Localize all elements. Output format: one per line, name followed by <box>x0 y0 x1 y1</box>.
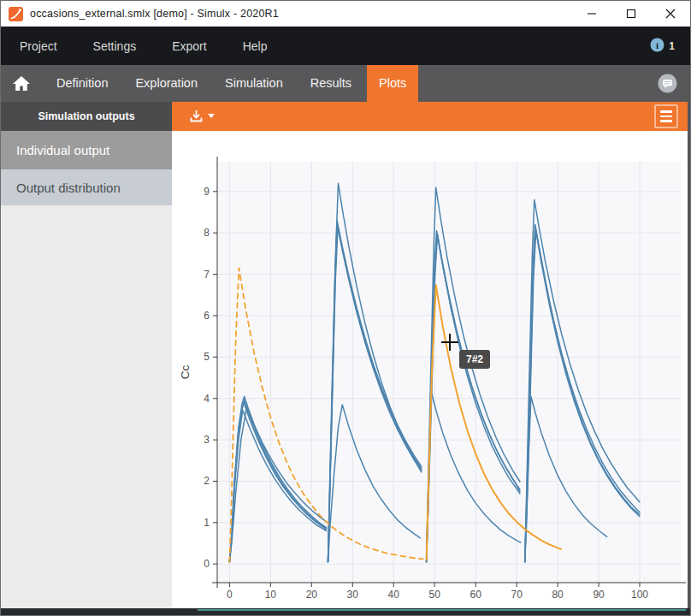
y-tick-label: 3 <box>204 434 210 446</box>
tab-definition[interactable]: Definition <box>44 65 120 102</box>
close-icon[interactable] <box>651 1 690 27</box>
menu-export[interactable]: Export <box>172 39 206 53</box>
maximize-icon[interactable] <box>611 1 651 27</box>
plot-panel: 01020304050607080901000123456789timeCc 7… <box>172 102 690 610</box>
y-tick-label: 9 <box>204 186 210 198</box>
window-controls <box>572 1 690 27</box>
y-tick-label: 4 <box>204 393 210 405</box>
window-title: occasions_external.smlx [demo] - Simulx … <box>30 8 279 20</box>
sidebar-item-output-distribution[interactable]: Output distribution <box>1 169 172 205</box>
x-tick-label: 50 <box>429 589 441 601</box>
svg-text:i: i <box>656 39 659 50</box>
hover-tooltip: 7#2 <box>459 350 490 369</box>
y-tick-label: 6 <box>204 310 210 322</box>
minimize-icon[interactable] <box>572 1 611 27</box>
menu-bar: Project Settings Export Help i 1 <box>1 27 690 65</box>
sidebar-item-individual-output[interactable]: Individual output <box>1 131 172 169</box>
y-tick-label: 8 <box>204 227 210 239</box>
x-tick-label: 0 <box>227 589 233 601</box>
hamburger-icon[interactable] <box>654 104 678 128</box>
menu-project[interactable]: Project <box>20 39 57 53</box>
tab-exploration[interactable]: Exploration <box>123 65 210 102</box>
x-tick-label: 70 <box>511 589 523 601</box>
plot-canvas[interactable]: 01020304050607080901000123456789timeCc <box>172 131 691 610</box>
y-tick-label: 1 <box>204 517 210 529</box>
x-tick-label: 90 <box>593 589 605 601</box>
y-tick-label: 0 <box>204 558 210 570</box>
menu-help[interactable]: Help <box>243 39 268 53</box>
x-tick-label: 100 <box>631 589 648 601</box>
plot-background <box>217 162 681 583</box>
info-count-badge: 1 <box>669 40 675 52</box>
chat-bubble-icon[interactable] <box>657 73 678 97</box>
x-tick-label: 40 <box>388 589 400 601</box>
x-tick-label: 30 <box>347 589 359 601</box>
plot-area: 01020304050607080901000123456789timeCc 7… <box>172 131 690 610</box>
plot-toolbar <box>172 102 690 131</box>
menu-settings[interactable]: Settings <box>93 39 137 53</box>
simulx-logo-icon <box>9 7 23 21</box>
y-axis-label: Cc <box>179 365 192 380</box>
app-window: occasions_external.smlx [demo] - Simulx … <box>0 0 691 616</box>
title-bar: occasions_external.smlx [demo] - Simulx … <box>1 1 690 27</box>
export-plot-button[interactable] <box>189 110 215 123</box>
sidebar-header: Simulation outputs <box>1 102 172 131</box>
home-icon[interactable] <box>12 75 32 92</box>
x-tick-label: 20 <box>306 589 318 601</box>
y-tick-label: 2 <box>204 475 210 487</box>
download-icon <box>189 110 204 123</box>
x-tick-label: 10 <box>265 589 277 601</box>
tab-results[interactable]: Results <box>298 65 363 102</box>
tab-plots[interactable]: Plots <box>367 65 418 102</box>
scrollbar-track[interactable] <box>688 102 690 608</box>
tab-bar: Definition Exploration Simulation Result… <box>1 65 690 102</box>
y-tick-label: 5 <box>204 351 210 363</box>
sidebar: Simulation outputs Individual output Out… <box>1 102 172 610</box>
tab-simulation[interactable]: Simulation <box>213 65 295 102</box>
caret-down-icon <box>208 114 215 119</box>
info-circle-icon[interactable]: i <box>650 38 664 55</box>
y-tick-label: 7 <box>204 269 210 281</box>
x-tick-label: 80 <box>552 589 564 601</box>
x-tick-label: 60 <box>470 589 481 601</box>
bottom-divider <box>1 608 690 615</box>
content-area: Simulation outputs Individual output Out… <box>1 102 690 610</box>
